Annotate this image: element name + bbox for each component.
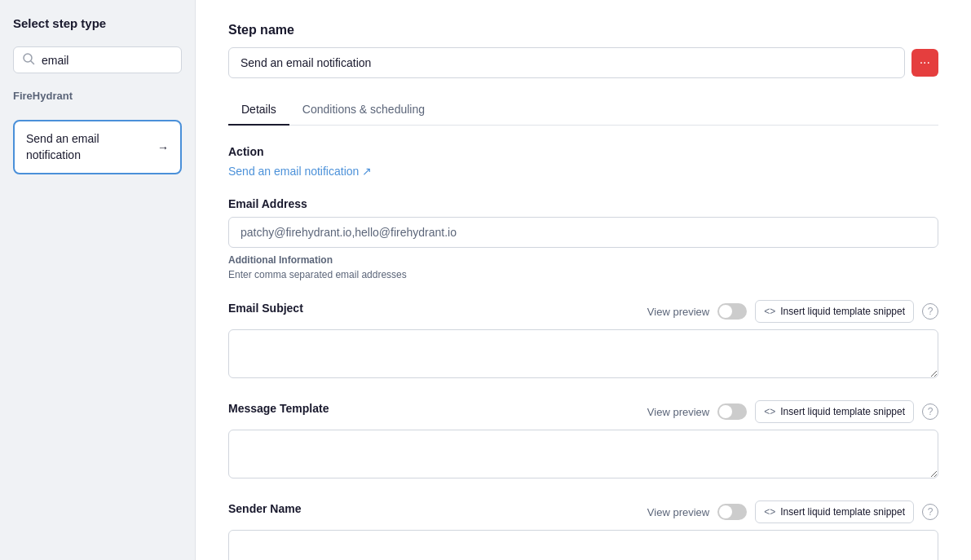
toggle-knob-sender [719, 505, 732, 518]
view-preview-toggle-sender[interactable] [717, 504, 747, 520]
view-preview-label-sender: View preview [647, 506, 709, 518]
email-subject-section: Email Subject View preview <> Insert liq… [228, 300, 938, 381]
view-preview-toggle-subject[interactable] [717, 303, 747, 320]
email-subject-header: Email Subject View preview <> Insert liq… [228, 300, 938, 323]
tabs: Details Conditions & scheduling [228, 95, 938, 126]
options-button[interactable]: ··· [911, 49, 938, 77]
message-template-controls: View preview <> Insert liquid template s… [647, 400, 938, 423]
view-preview-label-subject: View preview [647, 306, 709, 318]
sender-name-header: Sender Name View preview <> Insert liqui… [228, 500, 938, 523]
message-template-label: Message Template [228, 402, 329, 415]
code-icon-message: <> [764, 406, 775, 417]
help-icon-subject[interactable]: ? [922, 303, 938, 320]
action-link[interactable]: Send an email notification ↗ [228, 165, 372, 178]
code-icon-sender: <> [764, 506, 775, 518]
step-name-input[interactable] [228, 47, 905, 78]
main-content: Step name ··· Details Conditions & sched… [196, 0, 971, 560]
message-template-input[interactable] [228, 430, 938, 478]
search-box [13, 46, 182, 73]
email-address-section: Email Address Additional Information Ent… [228, 197, 938, 280]
step-name-row: ··· [228, 47, 938, 78]
step-type-item[interactable]: Send an email notification → [13, 120, 182, 174]
toggle-knob [719, 305, 732, 318]
tab-details[interactable]: Details [228, 95, 289, 126]
email-address-info-label: Additional Information [228, 254, 938, 266]
step-item-label: Send an email notification [26, 131, 151, 163]
message-template-section: Message Template View preview <> Insert … [228, 400, 938, 481]
sidebar-title: Select step type [13, 16, 182, 30]
external-link-icon: ↗ [362, 165, 372, 178]
help-icon-message[interactable]: ? [922, 403, 938, 420]
search-icon [22, 52, 35, 68]
email-address-input[interactable] [228, 217, 938, 248]
insert-snippet-button-sender[interactable]: <> Insert liquid template snippet [755, 500, 914, 523]
email-subject-input[interactable] [228, 329, 938, 378]
email-address-label: Email Address [228, 197, 938, 210]
tab-conditions-scheduling[interactable]: Conditions & scheduling [289, 95, 438, 126]
sidebar: Select step type FireHydrant Send an ema… [0, 0, 196, 560]
email-subject-label: Email Subject [228, 302, 303, 315]
email-subject-controls: View preview <> Insert liquid template s… [647, 300, 938, 323]
insert-snippet-button-message[interactable]: <> Insert liquid template snippet [755, 400, 914, 423]
view-preview-toggle-message[interactable] [717, 403, 747, 420]
email-address-info-text: Enter comma separated email addresses [228, 269, 938, 280]
help-icon-sender[interactable]: ? [922, 504, 938, 520]
code-icon: <> [764, 306, 775, 317]
sender-name-controls: View preview <> Insert liquid template s… [647, 500, 938, 523]
insert-snippet-button-subject[interactable]: <> Insert liquid template snippet [755, 300, 914, 323]
action-label: Action [228, 145, 938, 158]
sender-name-section: Sender Name View preview <> Insert liqui… [228, 500, 938, 560]
search-input[interactable] [42, 54, 173, 67]
view-preview-label-message: View preview [647, 406, 709, 418]
svg-line-1 [31, 61, 34, 64]
action-section: Action Send an email notification ↗ [228, 145, 938, 178]
toggle-knob-message [719, 405, 732, 418]
message-template-header: Message Template View preview <> Insert … [228, 400, 938, 423]
sender-name-input[interactable] [228, 530, 938, 560]
arrow-right-icon: → [157, 141, 169, 154]
step-name-label: Step name [228, 23, 938, 37]
sender-name-label: Sender Name [228, 502, 301, 515]
section-label: FireHydrant [13, 90, 182, 102]
